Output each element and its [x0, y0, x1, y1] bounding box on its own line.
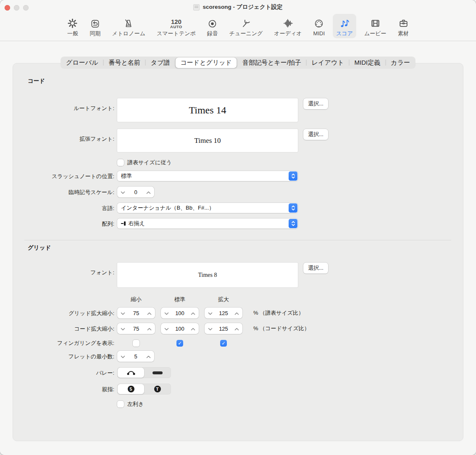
chord-scaling-label: コード拡大縮小:	[13, 325, 117, 332]
stepper-decrement-icon[interactable]	[121, 326, 125, 332]
chord-scale-normal-stepper[interactable]: 100	[161, 323, 199, 334]
tab-tablature[interactable]: タブ譜	[146, 58, 175, 68]
fingering-reduced-checkbox[interactable]	[133, 340, 139, 347]
extension-font-row: 拡張フォント: Times 10 選択...	[13, 129, 463, 152]
chords-grids-form: コード ルートフォント: Times 14 選択... 拡張フォント: Time…	[13, 63, 463, 441]
stepper-increment-icon[interactable]	[191, 326, 195, 332]
follow-staff-checkbox[interactable]	[117, 159, 124, 166]
grid-section-title: グリッド	[28, 244, 463, 252]
left-handed-checkbox[interactable]	[117, 401, 124, 408]
fingering-row: フィンガリングを表示: ✓ ✓	[13, 339, 463, 347]
chord-section-title: コード	[28, 77, 463, 85]
tab-clefs-signatures[interactable]: 音部記号とキー/拍子	[237, 58, 306, 68]
grid-scaling-label: グリッド拡大縮小:	[13, 310, 117, 317]
alignment-select[interactable]: 右揃え	[117, 218, 298, 229]
chevron-up-down-icon	[289, 171, 297, 181]
project-settings-window: scoresong - プロジェクト設定 一般	[0, 0, 476, 455]
toolbar-item-metronome[interactable]: メトロノーム	[108, 14, 149, 38]
fingering-normal-checkbox[interactable]: ✓	[176, 340, 183, 347]
extension-font-label: 拡張フォント:	[13, 129, 117, 142]
window-title: scoresong - プロジェクト設定	[202, 3, 282, 11]
min-frets-stepper[interactable]: 5	[117, 351, 154, 362]
film-icon	[370, 16, 381, 29]
toolbar-item-record[interactable]: 録音	[204, 14, 221, 38]
stepper-decrement-icon[interactable]	[208, 310, 213, 316]
left-handed-row: 左利き	[13, 400, 463, 408]
chord-scale-enlarged-stepper[interactable]: 125	[205, 323, 242, 334]
stepper-increment-icon[interactable]	[147, 310, 152, 316]
root-font-choose-button[interactable]: 選択...	[303, 98, 328, 109]
stepper-increment-icon[interactable]	[234, 326, 239, 332]
barre-slur-icon	[126, 370, 137, 376]
grid-font-label: フォント:	[13, 263, 117, 276]
grid-font-row: フォント: Times 8 選択...	[13, 263, 463, 287]
language-select[interactable]: インターナショナル（B、Bb、F#...）	[117, 203, 298, 213]
grid-scale-normal-stepper[interactable]: 100	[161, 308, 199, 318]
settings-content: グローバル 番号と名前 タブ譜 コードとグリッド 音部記号とキー/拍子 レイアウ…	[0, 44, 476, 455]
gear-icon	[67, 16, 78, 29]
min-frets-row: フレットの最小数: 5	[13, 351, 463, 362]
score-tabbar: グローバル 番号と名前 タブ譜 コードとグリッド 音部記号とキー/拍子 レイアウ…	[60, 57, 416, 68]
toolbar-item-tuning[interactable]: チューニング	[226, 14, 266, 38]
stepper-decrement-icon[interactable]	[121, 189, 125, 195]
barre-bar-option[interactable]	[144, 368, 171, 378]
follow-staff-row: 譜表サイズに従う	[13, 159, 463, 166]
alignment-label: 配列:	[13, 220, 117, 227]
column-header-enlarged: 拡大	[205, 296, 242, 303]
thumb-letter-option[interactable]: T	[144, 384, 171, 394]
slash-note-position-row: スラッシュノートの位置: 標準	[13, 171, 463, 181]
toolbar-item-audio[interactable]: オーディオ	[271, 14, 305, 38]
stepper-decrement-icon[interactable]	[164, 326, 169, 332]
toolbar-item-general[interactable]: 一般	[63, 14, 82, 38]
stepper-increment-icon[interactable]	[146, 189, 151, 195]
alignment-row: 配列: 右揃え	[13, 218, 463, 229]
tab-chords-grids[interactable]: コードとグリッド	[175, 58, 237, 68]
toolbar-item-midi[interactable]: MIDI	[310, 14, 328, 38]
stepper-decrement-icon[interactable]	[208, 326, 213, 332]
tab-layout[interactable]: レイアウト	[307, 58, 349, 68]
chevron-up-down-icon	[289, 203, 297, 213]
score-notes-icon	[339, 16, 350, 29]
root-font-preview: Times 14	[117, 98, 298, 122]
stepper-decrement-icon[interactable]	[121, 353, 125, 360]
tab-colors[interactable]: カラー	[386, 58, 415, 68]
grid-font-preview: Times 8	[117, 263, 298, 287]
accidental-scale-stepper[interactable]: 0	[117, 187, 154, 197]
toolbar-item-movie[interactable]: ムービー	[361, 14, 390, 38]
tab-midi-meaning[interactable]: MIDI定義	[350, 58, 386, 68]
chord-scaling-suffix: % （コードサイズ比）	[253, 325, 310, 332]
extension-font-choose-button[interactable]: 選択...	[303, 129, 328, 140]
barre-row: バレー:	[13, 367, 463, 378]
titlebar: scoresong - プロジェクト設定	[0, 0, 476, 14]
grid-font-choose-button[interactable]: 選択...	[303, 263, 328, 274]
toolbar-item-assets[interactable]: 素材	[394, 14, 413, 38]
stepper-increment-icon[interactable]	[147, 326, 152, 332]
grid-scale-enlarged-stepper[interactable]: 125	[205, 308, 242, 318]
tab-numbers-names[interactable]: 番号と名前	[103, 58, 145, 68]
chord-scale-reduced-stepper[interactable]: 75	[117, 323, 155, 334]
tab-global[interactable]: グローバル	[61, 58, 103, 68]
toolbar-label: チューニング	[229, 30, 263, 37]
toolbar-item-smart-tempo[interactable]: 120 AUTO スマートテンポ	[153, 14, 199, 38]
stepper-decrement-icon[interactable]	[164, 310, 169, 316]
barre-label: バレー:	[13, 369, 117, 376]
fingering-enlarged-checkbox[interactable]: ✓	[220, 340, 227, 347]
toolbar-label: 録音	[207, 30, 218, 37]
grid-scale-reduced-stepper[interactable]: 75	[117, 308, 155, 318]
toolbar-item-score[interactable]: スコア	[333, 14, 356, 38]
align-right-icon	[121, 221, 126, 226]
document-proxy-icon	[193, 4, 200, 11]
thumb-number-option[interactable]: 5	[118, 384, 144, 394]
thumb-letter-icon: T	[154, 386, 161, 392]
barre-slur-option[interactable]	[118, 368, 144, 378]
slash-note-position-select[interactable]: 標準	[117, 171, 298, 181]
toolbar-label: MIDI	[313, 30, 325, 37]
toolbar-label: メトロノーム	[112, 30, 145, 37]
toolbar-item-sync[interactable]: 同期	[86, 14, 104, 38]
stepper-increment-icon[interactable]	[191, 310, 195, 316]
stepper-increment-icon[interactable]	[234, 310, 239, 316]
stepper-increment-icon[interactable]	[146, 353, 151, 360]
stepper-decrement-icon[interactable]	[121, 310, 125, 316]
toolbar-label: スコア	[336, 30, 353, 37]
settings-toolbar: 一般 同期 メトロノーム	[0, 14, 476, 41]
